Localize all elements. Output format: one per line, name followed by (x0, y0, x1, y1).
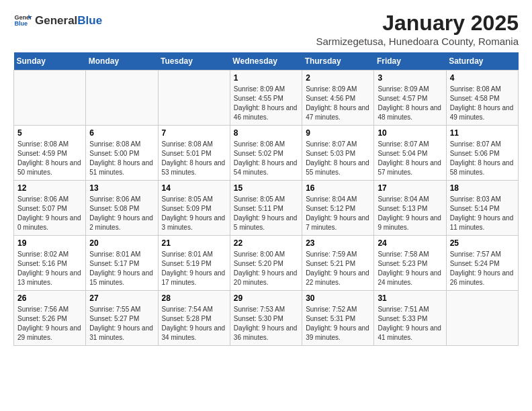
day-number: 6 (89, 128, 154, 138)
title-area: January 2025 Sarmizegetusa, Hunedoara Co… (316, 11, 519, 47)
calendar-cell: 9Sunrise: 8:07 AM Sunset: 5:03 PM Daylig… (302, 126, 374, 181)
day-info: Sunrise: 8:09 AM Sunset: 4:56 PM Dayligh… (306, 85, 370, 122)
calendar-cell: 30Sunrise: 7:52 AM Sunset: 5:31 PM Dayli… (302, 291, 374, 346)
calendar-cell (158, 71, 230, 126)
header: General Blue GeneralBlue January 2025 Sa… (13, 11, 519, 47)
day-info: Sunrise: 8:08 AM Sunset: 5:02 PM Dayligh… (234, 140, 298, 177)
svg-text:Blue: Blue (14, 20, 28, 27)
calendar-cell: 13Sunrise: 8:06 AM Sunset: 5:08 PM Dayli… (86, 181, 158, 236)
day-number: 7 (162, 128, 226, 138)
day-info: Sunrise: 8:08 AM Sunset: 4:58 PM Dayligh… (450, 85, 515, 122)
day-info: Sunrise: 7:52 AM Sunset: 5:31 PM Dayligh… (306, 305, 370, 342)
calendar-cell: 6Sunrise: 8:08 AM Sunset: 5:00 PM Daylig… (86, 126, 158, 181)
calendar-cell: 23Sunrise: 7:59 AM Sunset: 5:21 PM Dayli… (302, 236, 374, 291)
day-number: 26 (17, 293, 82, 303)
day-info: Sunrise: 8:01 AM Sunset: 5:19 PM Dayligh… (162, 250, 226, 287)
day-info: Sunrise: 8:08 AM Sunset: 5:00 PM Dayligh… (89, 140, 154, 177)
day-number: 25 (450, 238, 515, 248)
day-info: Sunrise: 8:09 AM Sunset: 4:57 PM Dayligh… (378, 85, 442, 122)
day-number: 24 (378, 238, 442, 248)
page-title: January 2025 (316, 11, 519, 36)
weekday-header-saturday: Saturday (446, 52, 518, 71)
day-info: Sunrise: 8:05 AM Sunset: 5:09 PM Dayligh… (162, 195, 226, 232)
day-info: Sunrise: 8:09 AM Sunset: 4:55 PM Dayligh… (234, 85, 298, 122)
day-number: 17 (378, 183, 442, 193)
calendar-cell: 15Sunrise: 8:05 AM Sunset: 5:11 PM Dayli… (230, 181, 302, 236)
day-info: Sunrise: 7:55 AM Sunset: 5:27 PM Dayligh… (89, 305, 154, 342)
calendar-cell: 1Sunrise: 8:09 AM Sunset: 4:55 PM Daylig… (230, 71, 302, 126)
logo: General Blue GeneralBlue (13, 11, 102, 30)
weekday-header-monday: Monday (86, 52, 158, 71)
day-info: Sunrise: 7:57 AM Sunset: 5:24 PM Dayligh… (450, 250, 515, 287)
day-number: 23 (306, 238, 370, 248)
day-number: 12 (17, 183, 82, 193)
day-number: 20 (89, 238, 154, 248)
calendar-cell: 8Sunrise: 8:08 AM Sunset: 5:02 PM Daylig… (230, 126, 302, 181)
calendar-cell: 7Sunrise: 8:08 AM Sunset: 5:01 PM Daylig… (158, 126, 230, 181)
day-number: 3 (378, 73, 442, 83)
calendar-cell: 10Sunrise: 8:07 AM Sunset: 5:04 PM Dayli… (374, 126, 446, 181)
weekday-header-friday: Friday (374, 52, 446, 71)
day-info: Sunrise: 7:56 AM Sunset: 5:26 PM Dayligh… (17, 305, 82, 342)
calendar-cell: 16Sunrise: 8:04 AM Sunset: 5:12 PM Dayli… (302, 181, 374, 236)
day-number: 27 (89, 293, 154, 303)
calendar-cell: 17Sunrise: 8:04 AM Sunset: 5:13 PM Dayli… (374, 181, 446, 236)
day-number: 22 (234, 238, 298, 248)
calendar-cell: 2Sunrise: 8:09 AM Sunset: 4:56 PM Daylig… (302, 71, 374, 126)
day-info: Sunrise: 8:06 AM Sunset: 5:07 PM Dayligh… (17, 195, 82, 232)
calendar-cell: 19Sunrise: 8:02 AM Sunset: 5:16 PM Dayli… (14, 236, 86, 291)
weekday-header-tuesday: Tuesday (158, 52, 230, 71)
weekday-header-thursday: Thursday (302, 52, 374, 71)
day-info: Sunrise: 8:08 AM Sunset: 4:59 PM Dayligh… (17, 140, 82, 177)
day-number: 21 (162, 238, 226, 248)
day-number: 10 (378, 128, 442, 138)
day-info: Sunrise: 8:06 AM Sunset: 5:08 PM Dayligh… (89, 195, 154, 232)
calendar-cell: 27Sunrise: 7:55 AM Sunset: 5:27 PM Dayli… (86, 291, 158, 346)
day-number: 15 (234, 183, 298, 193)
day-number: 19 (17, 238, 82, 248)
day-number: 28 (162, 293, 226, 303)
day-info: Sunrise: 8:07 AM Sunset: 5:03 PM Dayligh… (306, 140, 370, 177)
calendar-cell: 12Sunrise: 8:06 AM Sunset: 5:07 PM Dayli… (14, 181, 86, 236)
calendar-cell (446, 291, 518, 346)
weekday-header-sunday: Sunday (14, 52, 86, 71)
day-info: Sunrise: 7:53 AM Sunset: 5:30 PM Dayligh… (234, 305, 298, 342)
logo-general: General (35, 14, 77, 27)
logo-icon: General Blue (13, 11, 32, 30)
calendar-cell: 31Sunrise: 7:51 AM Sunset: 5:33 PM Dayli… (374, 291, 446, 346)
day-number: 1 (234, 73, 298, 83)
day-number: 9 (306, 128, 370, 138)
day-info: Sunrise: 7:58 AM Sunset: 5:23 PM Dayligh… (378, 250, 442, 287)
day-number: 4 (450, 73, 515, 83)
day-info: Sunrise: 8:07 AM Sunset: 5:04 PM Dayligh… (378, 140, 442, 177)
calendar-table: SundayMondayTuesdayWednesdayThursdayFrid… (13, 52, 519, 346)
day-info: Sunrise: 8:08 AM Sunset: 5:01 PM Dayligh… (162, 140, 226, 177)
calendar-cell (86, 71, 158, 126)
calendar-cell: 26Sunrise: 7:56 AM Sunset: 5:26 PM Dayli… (14, 291, 86, 346)
day-info: Sunrise: 8:00 AM Sunset: 5:20 PM Dayligh… (234, 250, 298, 287)
day-number: 5 (17, 128, 82, 138)
day-number: 30 (306, 293, 370, 303)
day-number: 29 (234, 293, 298, 303)
day-info: Sunrise: 7:54 AM Sunset: 5:28 PM Dayligh… (162, 305, 226, 342)
calendar-cell: 14Sunrise: 8:05 AM Sunset: 5:09 PM Dayli… (158, 181, 230, 236)
day-info: Sunrise: 8:04 AM Sunset: 5:13 PM Dayligh… (378, 195, 442, 232)
calendar-cell: 22Sunrise: 8:00 AM Sunset: 5:20 PM Dayli… (230, 236, 302, 291)
day-info: Sunrise: 8:04 AM Sunset: 5:12 PM Dayligh… (306, 195, 370, 232)
day-info: Sunrise: 8:01 AM Sunset: 5:17 PM Dayligh… (89, 250, 154, 287)
calendar-cell: 3Sunrise: 8:09 AM Sunset: 4:57 PM Daylig… (374, 71, 446, 126)
calendar-cell: 25Sunrise: 7:57 AM Sunset: 5:24 PM Dayli… (446, 236, 518, 291)
day-info: Sunrise: 8:02 AM Sunset: 5:16 PM Dayligh… (17, 250, 82, 287)
day-number: 2 (306, 73, 370, 83)
calendar-cell: 21Sunrise: 8:01 AM Sunset: 5:19 PM Dayli… (158, 236, 230, 291)
weekday-header-wednesday: Wednesday (230, 52, 302, 71)
calendar-cell: 11Sunrise: 8:07 AM Sunset: 5:06 PM Dayli… (446, 126, 518, 181)
logo-blue: Blue (77, 14, 102, 27)
calendar-cell: 5Sunrise: 8:08 AM Sunset: 4:59 PM Daylig… (14, 126, 86, 181)
calendar-cell: 29Sunrise: 7:53 AM Sunset: 5:30 PM Dayli… (230, 291, 302, 346)
day-number: 11 (450, 128, 515, 138)
calendar-cell: 24Sunrise: 7:58 AM Sunset: 5:23 PM Dayli… (374, 236, 446, 291)
day-number: 8 (234, 128, 298, 138)
calendar-cell: 28Sunrise: 7:54 AM Sunset: 5:28 PM Dayli… (158, 291, 230, 346)
day-number: 16 (306, 183, 370, 193)
